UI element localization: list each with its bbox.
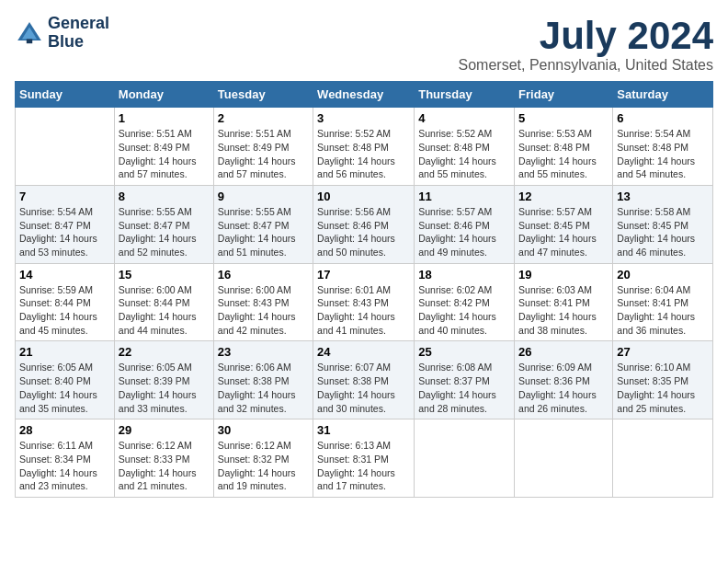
day-number: 16 [218,268,309,282]
day-info: Sunrise: 5:51 AM Sunset: 8:49 PM Dayligh… [218,127,309,181]
calendar-cell: 9Sunrise: 5:55 AM Sunset: 8:47 PM Daylig… [213,185,313,263]
day-info: Sunrise: 6:02 AM Sunset: 8:42 PM Dayligh… [418,283,510,338]
day-info: Sunrise: 5:58 AM Sunset: 8:45 PM Dayligh… [617,205,709,259]
day-info: Sunrise: 6:05 AM Sunset: 8:39 PM Dayligh… [119,361,210,415]
day-info: Sunrise: 5:55 AM Sunset: 8:47 PM Dayligh… [119,205,210,259]
logo-icon [15,18,44,48]
day-info: Sunrise: 6:09 AM Sunset: 8:36 PM Dayligh… [518,361,609,415]
day-number: 13 [617,190,709,203]
calendar-cell [613,419,713,498]
day-info: Sunrise: 6:11 AM Sunset: 8:34 PM Dayligh… [19,439,110,493]
calendar-week-row: 1Sunrise: 5:51 AM Sunset: 8:49 PM Daylig… [16,108,713,186]
calendar-cell: 12Sunrise: 5:57 AM Sunset: 8:45 PM Dayli… [515,185,613,263]
day-number: 6 [617,111,709,125]
calendar-cell: 5Sunrise: 5:53 AM Sunset: 8:48 PM Daylig… [515,108,613,186]
svg-rect-2 [27,39,32,43]
day-number: 17 [317,268,410,282]
day-number: 21 [19,345,110,359]
calendar-cell: 1Sunrise: 5:51 AM Sunset: 8:49 PM Daylig… [114,108,213,186]
calendar-week-row: 14Sunrise: 5:59 AM Sunset: 8:44 PM Dayli… [16,263,713,341]
calendar-cell: 27Sunrise: 6:10 AM Sunset: 8:35 PM Dayli… [613,341,713,419]
calendar-cell: 8Sunrise: 5:55 AM Sunset: 8:47 PM Daylig… [114,185,213,263]
header-day-monday: Monday [114,82,213,108]
calendar-cell: 10Sunrise: 5:56 AM Sunset: 8:46 PM Dayli… [313,185,415,263]
header-day-wednesday: Wednesday [313,82,415,108]
subtitle: Somerset, Pennsylvania, United States [459,57,713,74]
header-day-sunday: Sunday [16,82,115,108]
day-info: Sunrise: 6:05 AM Sunset: 8:40 PM Dayligh… [19,361,110,415]
calendar-cell: 7Sunrise: 5:54 AM Sunset: 8:47 PM Daylig… [16,185,115,263]
calendar-week-row: 7Sunrise: 5:54 AM Sunset: 8:47 PM Daylig… [16,185,713,263]
day-number: 7 [19,190,110,203]
day-number: 29 [119,423,210,437]
calendar-cell: 17Sunrise: 6:01 AM Sunset: 8:43 PM Dayli… [313,263,415,341]
calendar-cell: 28Sunrise: 6:11 AM Sunset: 8:34 PM Dayli… [16,419,115,498]
calendar-cell: 16Sunrise: 6:00 AM Sunset: 8:43 PM Dayli… [213,263,313,341]
calendar-cell: 30Sunrise: 6:12 AM Sunset: 8:32 PM Dayli… [213,419,313,498]
calendar-cell: 19Sunrise: 6:03 AM Sunset: 8:41 PM Dayli… [515,263,613,341]
day-number: 23 [218,345,309,359]
day-info: Sunrise: 6:00 AM Sunset: 8:43 PM Dayligh… [218,283,309,338]
day-info: Sunrise: 5:59 AM Sunset: 8:44 PM Dayligh… [19,283,110,338]
day-info: Sunrise: 5:52 AM Sunset: 8:48 PM Dayligh… [418,127,510,181]
calendar-cell: 3Sunrise: 5:52 AM Sunset: 8:48 PM Daylig… [313,108,415,186]
day-number: 14 [19,268,110,282]
day-number: 5 [518,111,609,125]
day-number: 8 [119,190,210,203]
calendar-cell: 14Sunrise: 5:59 AM Sunset: 8:44 PM Dayli… [16,263,115,341]
calendar-cell: 24Sunrise: 6:07 AM Sunset: 8:38 PM Dayli… [313,341,415,419]
day-number: 12 [518,190,609,203]
day-info: Sunrise: 5:54 AM Sunset: 8:47 PM Dayligh… [19,205,110,259]
day-info: Sunrise: 5:55 AM Sunset: 8:47 PM Dayligh… [218,205,309,259]
calendar-cell: 25Sunrise: 6:08 AM Sunset: 8:37 PM Dayli… [415,341,515,419]
day-info: Sunrise: 5:51 AM Sunset: 8:49 PM Dayligh… [119,127,210,181]
day-number: 24 [317,345,410,359]
day-info: Sunrise: 6:07 AM Sunset: 8:38 PM Dayligh… [317,361,410,415]
logo: General Blue [15,15,109,52]
day-number: 15 [119,268,210,282]
day-info: Sunrise: 5:57 AM Sunset: 8:45 PM Dayligh… [518,205,609,259]
calendar-cell: 22Sunrise: 6:05 AM Sunset: 8:39 PM Dayli… [114,341,213,419]
day-info: Sunrise: 5:57 AM Sunset: 8:46 PM Dayligh… [418,205,510,259]
header-day-friday: Friday [515,82,613,108]
day-info: Sunrise: 6:10 AM Sunset: 8:35 PM Dayligh… [617,361,709,415]
main-title: July 2024 [459,15,713,57]
day-info: Sunrise: 6:06 AM Sunset: 8:38 PM Dayligh… [218,361,309,415]
calendar-cell: 15Sunrise: 6:00 AM Sunset: 8:44 PM Dayli… [114,263,213,341]
day-number: 22 [119,345,210,359]
day-info: Sunrise: 6:03 AM Sunset: 8:41 PM Dayligh… [518,283,609,338]
day-info: Sunrise: 6:04 AM Sunset: 8:41 PM Dayligh… [617,283,709,338]
day-number: 30 [218,423,309,437]
calendar-cell: 13Sunrise: 5:58 AM Sunset: 8:45 PM Dayli… [613,185,713,263]
calendar-week-row: 21Sunrise: 6:05 AM Sunset: 8:40 PM Dayli… [16,341,713,419]
day-number: 11 [418,190,510,203]
page-header: General Blue July 2024 Somerset, Pennsyl… [15,15,713,74]
calendar-week-row: 28Sunrise: 6:11 AM Sunset: 8:34 PM Dayli… [16,419,713,498]
day-number: 18 [418,268,510,282]
day-number: 31 [317,423,410,437]
calendar-cell [515,419,613,498]
day-info: Sunrise: 5:56 AM Sunset: 8:46 PM Dayligh… [317,205,410,259]
logo-text: General Blue [48,15,109,52]
calendar-cell: 6Sunrise: 5:54 AM Sunset: 8:48 PM Daylig… [613,108,713,186]
day-number: 27 [617,345,709,359]
day-number: 20 [617,268,709,282]
calendar-cell: 23Sunrise: 6:06 AM Sunset: 8:38 PM Dayli… [213,341,313,419]
calendar-cell: 11Sunrise: 5:57 AM Sunset: 8:46 PM Dayli… [415,185,515,263]
calendar-cell: 18Sunrise: 6:02 AM Sunset: 8:42 PM Dayli… [415,263,515,341]
day-number: 28 [19,423,110,437]
calendar-cell [16,108,115,186]
day-info: Sunrise: 5:52 AM Sunset: 8:48 PM Dayligh… [317,127,410,181]
header-day-thursday: Thursday [415,82,515,108]
day-number: 10 [317,190,410,203]
day-number: 9 [218,190,309,203]
day-number: 4 [418,111,510,125]
calendar-cell [415,419,515,498]
day-info: Sunrise: 6:13 AM Sunset: 8:31 PM Dayligh… [317,439,410,493]
day-info: Sunrise: 6:01 AM Sunset: 8:43 PM Dayligh… [317,283,410,338]
calendar-cell: 20Sunrise: 6:04 AM Sunset: 8:41 PM Dayli… [613,263,713,341]
calendar-cell: 26Sunrise: 6:09 AM Sunset: 8:36 PM Dayli… [515,341,613,419]
day-number: 26 [518,345,609,359]
logo-line2: Blue [48,33,109,52]
day-number: 25 [418,345,510,359]
